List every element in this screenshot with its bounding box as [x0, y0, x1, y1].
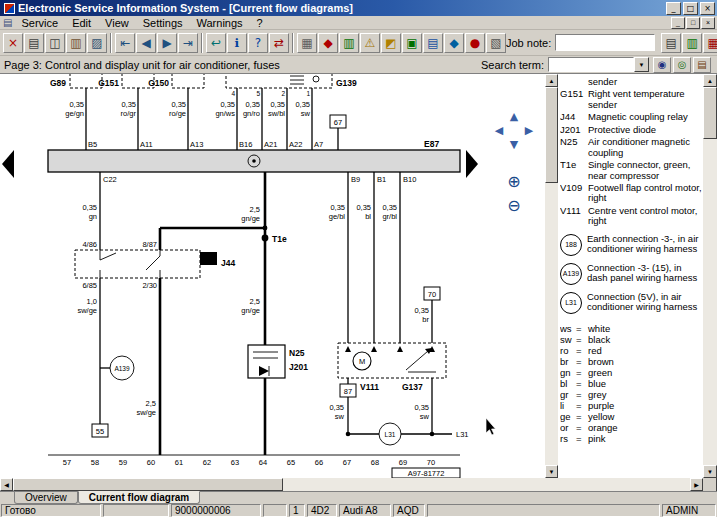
next-page-button[interactable]: ▶: [157, 33, 177, 53]
wire-size-label: 0,35: [329, 403, 344, 412]
pin-label: 1: [306, 90, 310, 97]
menu-bar: ▤ Service Edit View Settings Warnings ? …: [0, 16, 717, 30]
pan-left-button[interactable]: ◀: [492, 124, 506, 138]
track-number: 62: [203, 458, 211, 467]
legend-component-id: [560, 77, 588, 87]
wire-color-label: sw: [301, 109, 311, 118]
tab-current-flow-diagram[interactable]: Current flow diagram: [78, 491, 201, 504]
scroll-right-icon[interactable]: ▶: [690, 478, 703, 491]
last-page-button[interactable]: ⇥: [178, 33, 198, 53]
previous-page-button[interactable]: ◀: [136, 33, 156, 53]
mdi-window-controls: _ □ ×: [671, 17, 717, 29]
connection-ref-l31: L31: [456, 430, 469, 439]
close-button[interactable]: ×: [700, 2, 715, 15]
print-preview-button[interactable]: ◫: [45, 33, 65, 53]
pin-label: 4/86: [82, 240, 97, 249]
scroll-down-icon[interactable]: ▼: [703, 465, 717, 478]
technical-data-button[interactable]: ◆: [444, 33, 464, 53]
job-note-delete-button[interactable]: ▦: [703, 33, 717, 53]
pan-right-button[interactable]: ▶: [522, 124, 536, 138]
toolbar: ×▤◫▥▨ ⇤◀▶⇥ ↩ℹ?⇄ ▦◆▥⚠◩▣▤◆●▧ Job note: ▤▥▦: [0, 30, 717, 56]
pin-label: 6/85: [82, 281, 97, 290]
back-button[interactable]: ↩: [206, 33, 226, 53]
legend-component-id: T1e: [560, 160, 588, 181]
manuals-button[interactable]: ▥: [339, 33, 359, 53]
pan-up-button[interactable]: ▲: [507, 110, 521, 124]
info-button[interactable]: ℹ: [227, 33, 247, 53]
wire-color-label: br: [422, 315, 429, 324]
menu-edit[interactable]: Edit: [65, 17, 98, 29]
next-diagram-arrow[interactable]: [466, 150, 478, 178]
scroll-left-icon[interactable]: ◀: [0, 478, 13, 491]
pin-label: 4: [231, 90, 235, 97]
wiring-diagrams-button[interactable]: ▤: [423, 33, 443, 53]
job-note-new-button[interactable]: ▤: [661, 33, 681, 53]
menu-service[interactable]: Service: [14, 17, 65, 29]
search-print-button[interactable]: ▤: [693, 57, 711, 73]
warnings-button[interactable]: ⚠: [360, 33, 380, 53]
component-label-n25: N25: [289, 348, 305, 358]
menu-help[interactable]: ?: [250, 17, 270, 29]
job-note-input[interactable]: [555, 34, 655, 51]
scrollbar-thumb[interactable]: [703, 87, 717, 139]
wire-color-label: ro/ge: [169, 109, 186, 118]
diagram-canvas[interactable]: G89 G151 G150 G139 4 5 2 1 0,35 ge/gn 0,…: [0, 74, 545, 478]
pan-down-button[interactable]: ▼: [507, 138, 521, 152]
service-docs-button[interactable]: ▥: [66, 33, 86, 53]
exit-button[interactable]: ×: [3, 33, 23, 53]
wire-color-label: gn: [89, 212, 97, 221]
protection-button[interactable]: ◩: [381, 33, 401, 53]
status-vehicle-type: 4D2: [307, 504, 337, 517]
zoom-out-button[interactable]: ⊖: [504, 196, 524, 216]
print-button[interactable]: ▤: [24, 33, 44, 53]
legend-list: senderG151Right vent temperature senderJ…: [560, 77, 702, 314]
window-controls: _ □ ×: [666, 2, 715, 15]
mdi-minimize-button[interactable]: _: [671, 17, 685, 29]
vehicle-data-button[interactable]: ▨: [87, 33, 107, 53]
track-number: 67: [343, 458, 351, 467]
mdi-close-button[interactable]: ×: [701, 17, 715, 29]
previous-diagram-arrow[interactable]: [2, 150, 14, 178]
search-input[interactable]: [548, 57, 634, 72]
horizontal-scrollbar[interactable]: ◀ ▶: [0, 478, 703, 491]
search-label: Search term:: [481, 59, 544, 71]
search-dropdown-arrow-icon[interactable]: ▼: [634, 57, 649, 72]
maximize-button[interactable]: □: [683, 2, 698, 15]
component-box-g150: [172, 74, 204, 88]
mdi-restore-button[interactable]: □: [686, 17, 700, 29]
parts-button[interactable]: ◆: [318, 33, 338, 53]
zoom-in-button[interactable]: ⊕: [504, 172, 524, 192]
wire-size-label: 0,35: [270, 100, 285, 109]
scroll-up-icon[interactable]: ▲: [545, 74, 558, 87]
wire-size-label: 2,5: [250, 297, 260, 306]
archive-button[interactable]: ▧: [486, 33, 506, 53]
continuation-label: 70: [428, 290, 436, 299]
terminal-label: A13: [190, 140, 203, 149]
tab-overview[interactable]: Overview: [14, 492, 78, 504]
scrollbar-thumb[interactable]: [545, 87, 558, 183]
legend-vertical-scrollbar[interactable]: ▲ ▼: [703, 74, 717, 478]
scrollbar-thumb[interactable]: [13, 478, 283, 491]
wire-color-label: sw/ge: [77, 306, 97, 315]
legend-item-text: Connection -3- (15), in dash panel wirin…: [587, 262, 702, 285]
menu-view[interactable]: View: [98, 17, 136, 29]
wire-color-label: sw/ge: [136, 408, 156, 417]
track-number: 60: [147, 458, 155, 467]
scroll-down-icon[interactable]: ▼: [545, 465, 558, 478]
app-window: Electronic Service Information System - …: [0, 0, 717, 517]
diagram-vertical-scrollbar[interactable]: ▲ ▼: [545, 74, 558, 478]
menu-warnings[interactable]: Warnings: [190, 17, 250, 29]
help-button[interactable]: ?: [248, 33, 268, 53]
hotline-button[interactable]: ●: [465, 33, 485, 53]
search-start-button[interactable]: ◉: [653, 57, 671, 73]
job-note-open-button[interactable]: ▥: [682, 33, 702, 53]
wire-size-label: 1,0: [87, 297, 97, 306]
scroll-up-icon[interactable]: ▲: [703, 74, 717, 87]
maintenance-button[interactable]: ▣: [402, 33, 422, 53]
first-page-button[interactable]: ⇤: [115, 33, 135, 53]
calculator-button[interactable]: ▦: [297, 33, 317, 53]
compare-button[interactable]: ⇄: [269, 33, 289, 53]
minimize-button[interactable]: _: [666, 2, 681, 15]
menu-settings[interactable]: Settings: [136, 17, 190, 29]
search-next-button[interactable]: ◎: [673, 57, 691, 73]
